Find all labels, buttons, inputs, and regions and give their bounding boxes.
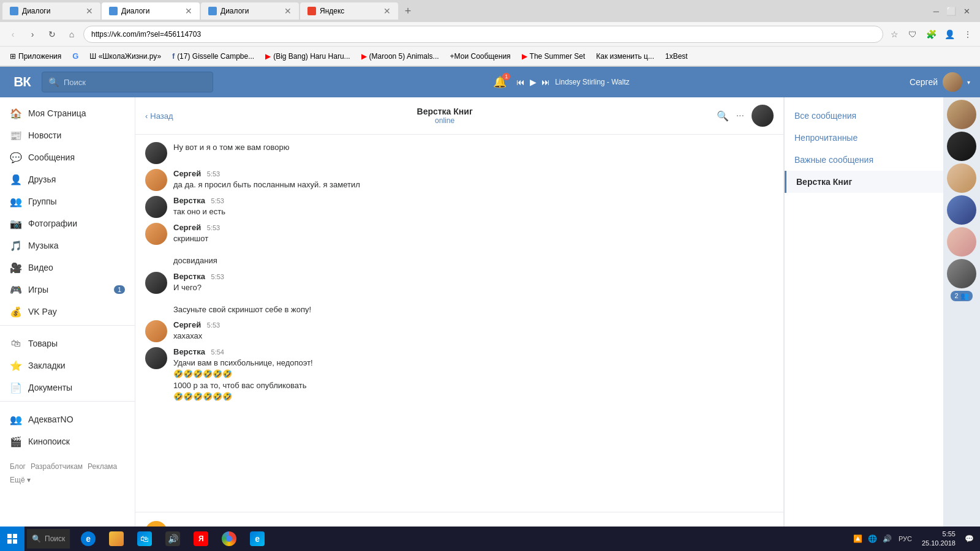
nav-item-messages[interactable]: 💬 Сообщения [0, 146, 135, 168]
bookmark-yt2[interactable]: ▶ (Maroon 5) Animals... [356, 49, 444, 64]
message-sender: Верстка [173, 196, 205, 205]
all-messages-link[interactable]: Все сообщения [794, 111, 856, 121]
maximize-button[interactable]: ⬜ [944, 4, 959, 18]
taskbar-app-media[interactable]: 🔊 [159, 527, 186, 551]
sidebar-count-badge[interactable]: 2 👥 [951, 291, 972, 301]
chat-contact-avatar [752, 105, 774, 127]
unread-link[interactable]: Непрочитанные [794, 133, 858, 143]
bookmark-fb[interactable]: f (17) Gisselle Campbe... [167, 49, 259, 64]
tray-arrow[interactable]: 🔼 [852, 533, 864, 545]
profile-icon[interactable]: 👤 [942, 27, 957, 42]
next-track-button[interactable]: ⏭ [541, 77, 550, 87]
nav-item-video[interactable]: 🎥 Видео [0, 257, 135, 279]
bookmark-shkola[interactable]: Ш «ШколаЖизни.ру» [85, 49, 166, 64]
nav-item-games[interactable]: 🎮 Игры 1 [0, 279, 135, 301]
taskbar-app-ie[interactable]: e [75, 527, 102, 551]
nav-item-friends[interactable]: 👤 Друзья [0, 168, 135, 190]
user-menu[interactable]: Сергей ▾ [910, 72, 970, 92]
sidebar-avatar-2[interactable] [947, 132, 976, 161]
nav-item-groups[interactable]: 👥 Группы [0, 190, 135, 212]
footer-more[interactable]: Ещё ▾ [10, 476, 31, 484]
close-button[interactable]: ✕ [961, 4, 973, 18]
tab-close-4[interactable]: ✕ [383, 6, 391, 16]
right-panel-verstka[interactable]: Верстка Книг [785, 171, 943, 193]
nav-item-news[interactable]: 📰 Новости [0, 124, 135, 146]
sidebar-avatar-5[interactable] [947, 227, 976, 257]
sidebar-avatar-6[interactable] [947, 259, 976, 288]
tab-close-2[interactable]: ✕ [185, 6, 192, 16]
taskbar-app-store[interactable]: 🛍 [131, 527, 158, 551]
notifications-bell[interactable]: 🔔 1 [493, 75, 507, 89]
keyboard-layout[interactable]: РУС [896, 535, 914, 542]
nav-item-vkpay[interactable]: 💰 VK Pay [0, 301, 135, 323]
user-dropdown-arrow[interactable]: ▾ [967, 79, 970, 86]
footer-blog[interactable]: Блог [10, 462, 26, 471]
footer-dev[interactable]: Разработчикам [31, 462, 83, 471]
taskbar-search-box[interactable]: 🔍 Поиск [27, 529, 70, 549]
nav-label-photos: Фотографии [28, 219, 125, 228]
prev-track-button[interactable]: ⏮ [516, 77, 525, 87]
important-link[interactable]: Важные сообщения [794, 155, 873, 165]
nav-item-music[interactable]: 🎵 Музыка [0, 234, 135, 257]
tab-4[interactable]: Яндекс ✕ [300, 2, 398, 20]
edge-icon: e [250, 531, 265, 546]
nav-label-news: Новости [28, 130, 125, 140]
new-tab-button[interactable]: + [399, 2, 417, 20]
taskbar-app-yandex[interactable]: Я [187, 527, 214, 551]
right-panel-all-messages[interactable]: Все сообщения [785, 105, 943, 127]
chat-status: online [181, 116, 709, 125]
more-options-button[interactable]: ··· [736, 110, 744, 121]
tab-3[interactable]: Диалоги ✕ [201, 2, 299, 20]
menu-button[interactable]: ⋮ [960, 27, 975, 42]
groups-icon: 👥 [10, 195, 22, 208]
bookmark-vk-msg[interactable]: +Мои Сообщения [445, 49, 516, 64]
nav-item-my-page[interactable]: 🏠 Моя Страница [0, 102, 135, 124]
taskbar-app-explorer[interactable] [103, 527, 130, 551]
tab-close-1[interactable]: ✕ [86, 6, 93, 16]
back-button[interactable]: ‹ Назад [145, 111, 173, 121]
bookmark-apps[interactable]: ⊞ Приложения [5, 49, 66, 64]
right-panel-important[interactable]: Важные сообщения [785, 149, 943, 171]
nav-item-bookmarks[interactable]: ⭐ Закладки [0, 354, 135, 377]
search-chat-button[interactable]: 🔍 [717, 110, 729, 122]
bookmark-1xbest[interactable]: 1xBest [660, 49, 693, 64]
tab-2[interactable]: Диалоги ✕ [102, 2, 200, 20]
sidebar-avatar-1[interactable] [947, 100, 976, 129]
footer-ads[interactable]: Реклама [88, 462, 117, 471]
nav-item-adequate[interactable]: 👥 АдекватNO [0, 408, 135, 430]
vk-search-box[interactable]: 🔍 [42, 72, 213, 92]
back-button[interactable]: ‹ [5, 26, 21, 42]
minimize-button[interactable]: ─ [931, 4, 941, 18]
notifications-tray-icon[interactable]: 💬 [963, 533, 975, 545]
tray-network[interactable]: 🌐 [867, 533, 879, 545]
forward-button[interactable]: › [24, 26, 40, 42]
nav-item-photos[interactable]: 📷 Фотографии [0, 212, 135, 234]
home-button[interactable]: ⌂ [64, 26, 80, 42]
play-button[interactable]: ▶ [530, 77, 537, 87]
address-bar[interactable] [83, 26, 883, 43]
bookmark-star[interactable]: ☆ [887, 27, 902, 42]
right-panel-unread[interactable]: Непрочитанные [785, 127, 943, 149]
search-input[interactable] [64, 78, 206, 87]
user-avatar[interactable] [943, 72, 962, 92]
taskbar-app-chrome[interactable] [216, 527, 243, 551]
bookmark-yt1[interactable]: ▶ (Big Bang) Haru Haru... [260, 49, 355, 64]
vk-logo[interactable]: ВК [10, 74, 34, 90]
taskbar-app-edge[interactable]: e [244, 527, 271, 551]
sidebar-avatar-3[interactable] [947, 163, 976, 193]
sidebar-avatar-4[interactable] [947, 195, 976, 225]
extensions-icon[interactable]: 🧩 [924, 27, 938, 42]
nav-item-documents[interactable]: 📄 Документы [0, 377, 135, 399]
tray-volume[interactable]: 🔊 [881, 533, 894, 545]
bookmark-summer-set[interactable]: ▶ The Summer Set [517, 49, 590, 64]
nav-item-kinopoisk[interactable]: 🎬 Кинопоиск [0, 430, 135, 452]
refresh-button[interactable]: ↻ [44, 26, 60, 42]
tab-1[interactable]: Диалоги ✕ [2, 2, 100, 20]
message-row: Ну вот и я о том же вам говорю [145, 142, 774, 164]
tab-close-3[interactable]: ✕ [284, 6, 292, 16]
bookmark-kak[interactable]: Как изменить ц... [591, 49, 659, 64]
bookmark-g[interactable]: G [67, 49, 83, 64]
nav-label-my-page: Моя Страница [28, 108, 125, 118]
start-button[interactable] [0, 527, 24, 551]
nav-item-goods[interactable]: 🛍 Товары [0, 332, 135, 354]
